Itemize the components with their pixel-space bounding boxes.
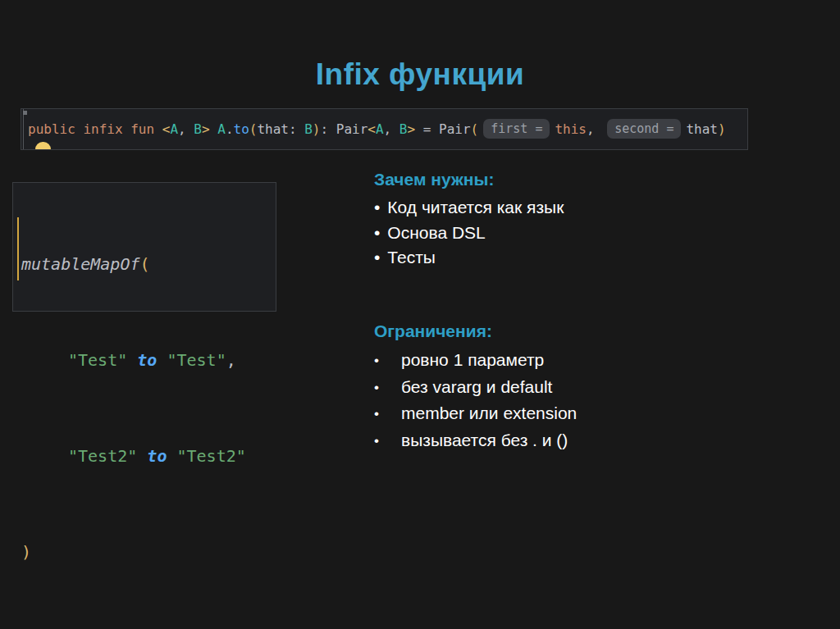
list-item: •Основа DSL <box>374 221 564 246</box>
slide: Infix функции public infix fun <A, B> A.… <box>0 0 840 629</box>
list-item-text: member или extension <box>401 403 577 422</box>
list-item: •ровно 1 параметр <box>374 347 577 374</box>
code-token: "Test2" <box>176 446 245 466</box>
list-item-text: Основа DSL <box>387 223 485 242</box>
bullet-icon: • <box>374 401 401 427</box>
code-token: B <box>194 121 202 137</box>
section-limitations: Ограничения: •ровно 1 параметр •без vara… <box>374 321 577 454</box>
kotlin-infix-declaration-code: public infix fun <A, B> A.to(that: B): P… <box>21 108 748 150</box>
list-item-text: вызывается без . и () <box>401 431 568 449</box>
list-item-text: Код читается как язык <box>387 198 564 217</box>
code-token: : Pair <box>321 121 368 137</box>
section-heading: Ограничения: <box>374 321 577 341</box>
code-token: A <box>217 121 226 137</box>
bullet-icon: • <box>374 428 401 454</box>
code-token: . <box>226 121 234 137</box>
code-token: > <box>407 121 415 137</box>
code-token: that <box>686 121 718 137</box>
list-item-text: Тесты <box>387 248 436 267</box>
code-line: ) <box>21 536 276 568</box>
code-token: "Test" <box>68 350 127 370</box>
code-token: ( <box>140 254 150 274</box>
code-token <box>157 350 167 370</box>
code-token <box>137 446 147 466</box>
list-item: •member или extension <box>374 400 577 427</box>
bullet-icon: • <box>374 245 380 271</box>
code-token: , <box>178 121 194 137</box>
code-line: public infix fun <A, B> A.to(that: B): P… <box>28 109 747 149</box>
code-token: ) <box>718 121 726 137</box>
section-heading: Зачем нужны: <box>374 169 564 189</box>
list-item: •Тесты <box>374 245 564 271</box>
code-line: mutableMapOf( <box>21 248 276 280</box>
changed-lines-marker <box>17 217 19 280</box>
editor-gutter-mark <box>23 111 27 115</box>
code-token: , <box>226 350 236 370</box>
code-token: that: <box>257 121 304 137</box>
code-token: "Test" <box>167 350 226 370</box>
code-token: < <box>162 121 171 137</box>
code-token: , <box>384 121 399 137</box>
section-why-needed: Зачем нужны: •Код читается как язык •Осн… <box>374 169 564 271</box>
list-item: •Код читается как язык <box>374 195 564 221</box>
list-item-text: ровно 1 параметр <box>401 350 544 369</box>
bullet-icon: • <box>374 195 380 221</box>
code-token: < <box>368 121 376 137</box>
code-token <box>167 446 176 466</box>
code-token: ( <box>249 121 258 137</box>
code-token: A <box>170 121 178 137</box>
code-token: to <box>137 350 157 370</box>
code-token: > <box>202 121 210 137</box>
mutable-map-code: mutableMapOf( "Test" to "Test", "Test2" … <box>12 182 276 312</box>
list-item: •без vararg и default <box>374 374 577 401</box>
param-hint-badge: first = <box>483 119 550 139</box>
code-token <box>210 121 218 137</box>
code-token: B <box>304 121 313 137</box>
list-item-text: без vararg и default <box>401 377 552 396</box>
editor-gutter-line <box>23 109 24 149</box>
bullet-icon: • <box>374 221 380 246</box>
code-token: ) <box>313 121 321 137</box>
code-token: mutableMapOf <box>21 254 140 274</box>
code-lines: mutableMapOf( "Test" to "Test", "Test2" … <box>13 183 276 629</box>
code-token: = Pair <box>415 121 470 137</box>
page-title: Infix функции <box>0 57 840 92</box>
code-line: "Test2" to "Test2" <box>21 440 276 472</box>
code-token: A <box>376 121 384 137</box>
bullet-icon: • <box>374 375 401 401</box>
bullet-icon: • <box>374 348 401 374</box>
code-token: public infix fun <box>28 121 162 137</box>
code-token <box>127 350 137 370</box>
code-line: "Test" to "Test", <box>21 344 276 376</box>
param-hint-badge: second = <box>607 119 681 139</box>
code-token: ( <box>471 121 479 137</box>
code-token: this <box>555 121 587 137</box>
code-token: to <box>234 121 249 137</box>
code-token: "Test2" <box>68 446 137 466</box>
code-token: to <box>147 446 167 466</box>
list-item: •вызывается без . и () <box>374 427 577 454</box>
code-token: ) <box>21 542 31 562</box>
code-token: , <box>587 121 602 137</box>
